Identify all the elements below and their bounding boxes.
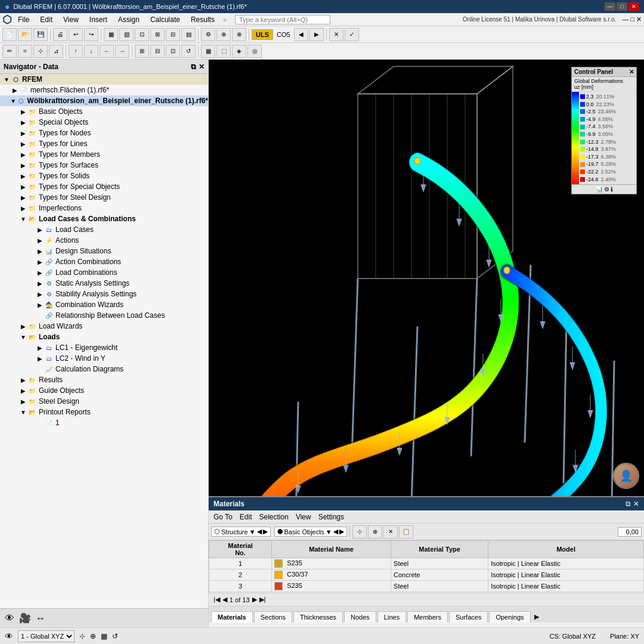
tb2-btn-12[interactable]: ▦ — [201, 45, 215, 58]
3d-viewport[interactable]: Control Panel ✕ Global Deformations uz [… — [209, 60, 644, 627]
tb-btn-5[interactable]: ⊟ — [166, 28, 180, 41]
nav-actions[interactable]: ▶ ⚡ Actions — [0, 235, 208, 246]
tb2-btn-4[interactable]: ⊿ — [49, 45, 63, 58]
mat-tb-4[interactable]: 📋 — [399, 525, 413, 538]
mat-row-1[interactable]: 1 S235 Steel Isotropic | Linear Elastic — [209, 558, 644, 569]
mat-last-page[interactable]: ▶| — [259, 596, 266, 603]
tb2-btn-10[interactable]: ⊟ — [150, 45, 165, 58]
mat-menu-goto[interactable]: Go To — [213, 513, 233, 521]
tb2-btn-6[interactable]: ↓ — [84, 45, 98, 58]
save-button[interactable]: 💾 — [33, 28, 48, 41]
mat-struct-nav-prev[interactable]: ◀ — [257, 528, 262, 535]
tb2-btn-2[interactable]: ⌗ — [18, 45, 32, 58]
tab-thicknesses[interactable]: Thicknesses — [293, 611, 343, 623]
menu-assign[interactable]: Assign — [113, 14, 144, 25]
print-button[interactable]: 🖨 — [53, 28, 67, 41]
tb2-btn-15[interactable]: ◎ — [247, 45, 262, 58]
nav-arrow-icon[interactable]: ↔ — [36, 613, 45, 624]
nav-prev[interactable]: ◀ — [294, 28, 308, 41]
mat-first-page[interactable]: |◀ — [213, 596, 220, 603]
nav-results[interactable]: ▶ 📁 Results — [0, 374, 208, 385]
nav-camera-icon[interactable]: 🎥 — [19, 612, 31, 624]
mat-row-2[interactable]: 2 C30/37 Concrete Isotropic | Linear Ela… — [209, 569, 644, 581]
nav-imperfections[interactable]: ▶ 📁 Imperfections — [0, 203, 208, 213]
tb2-btn-14[interactable]: ◈ — [232, 45, 246, 58]
search-input[interactable] — [235, 15, 330, 24]
nav-guide-objects[interactable]: ▶ 📁 Guide Objects — [0, 385, 208, 396]
tb2-btn-1[interactable]: ✏ — [2, 45, 17, 58]
minimize-button[interactable]: — — [605, 2, 615, 11]
nav-types-surfaces[interactable]: ▶ 📁 Types for Surfaces — [0, 160, 208, 171]
menu-results[interactable]: Results — [186, 14, 219, 25]
mat-struct-nav-next[interactable]: ▶ — [263, 528, 268, 535]
nav-types-special[interactable]: ▶ 📁 Types for Special Objects — [0, 181, 208, 192]
tab-lines[interactable]: Lines — [377, 611, 406, 623]
tab-surfaces[interactable]: Surfaces — [449, 611, 488, 623]
tb2-rotate[interactable]: ↺ — [181, 45, 196, 58]
nav-types-solids[interactable]: ▶ 📁 Types for Solids — [0, 171, 208, 181]
nav-action-combinations[interactable]: ▶ 🔗 Action Combinations — [0, 256, 208, 267]
menu-view[interactable]: View — [58, 14, 83, 25]
mat-tb-1[interactable]: ⊹ — [352, 525, 367, 538]
mat-structure-dropdown[interactable]: ⬡ Structure ▼ ◀ ▶ — [211, 527, 271, 537]
bottom-icon-5[interactable]: ↺ — [112, 632, 118, 640]
tb2-btn-8[interactable]: → — [115, 45, 129, 58]
open-button[interactable]: 📂 — [18, 28, 32, 41]
close-button[interactable]: ✕ — [628, 2, 639, 11]
mat-basic-nav-prev[interactable]: ◀ — [333, 528, 338, 535]
tb-btn-9[interactable]: ⊗ — [232, 28, 246, 41]
tab-nodes[interactable]: Nodes — [344, 611, 376, 623]
mat-next-page[interactable]: ▶ — [252, 596, 257, 603]
tb-btn-cross[interactable]: ✕ — [329, 28, 343, 41]
nav-combination-wizards[interactable]: ▶ 🧙 Combination Wizards — [0, 299, 208, 310]
tb-btn-7[interactable]: ⚙ — [201, 28, 215, 41]
menu-calculate[interactable]: Calculate — [145, 14, 185, 25]
bottom-icon-4[interactable]: ▦ — [101, 632, 107, 640]
mat-basic-objects-dropdown[interactable]: ⬢ Basic Objects ▼ ◀ ▶ — [274, 527, 347, 537]
mat-menu-selection[interactable]: Selection — [259, 513, 289, 521]
undo-button[interactable]: ↩ — [69, 28, 83, 41]
mat-close-btn[interactable]: ✕ — [633, 500, 639, 508]
tab-members[interactable]: Members — [407, 611, 448, 623]
tb-btn-8[interactable]: ⊕ — [216, 28, 231, 41]
tb-btn-3[interactable]: ⊡ — [135, 28, 149, 41]
tb2-btn-3[interactable]: ⊹ — [33, 45, 48, 58]
nav-printout-reports[interactable]: ▼ 📂 Printout Reports — [0, 407, 208, 417]
nav-eye-icon[interactable]: 👁 — [5, 613, 14, 624]
mat-menu-view[interactable]: View — [296, 513, 311, 521]
nav-lc2[interactable]: ▶ 🗂 LC2 - Wind in Y — [0, 353, 208, 364]
tb-btn-4[interactable]: ⊞ — [150, 28, 165, 41]
coord-system-select[interactable]: 1 - Global XYZ — [18, 630, 75, 642]
nav-types-members[interactable]: ▶ 📁 Types for Members — [0, 149, 208, 160]
nav-report-1[interactable]: 📄 1 — [0, 417, 208, 428]
redo-button[interactable]: ↪ — [84, 28, 98, 41]
tb-btn-1[interactable]: ▦ — [104, 28, 118, 41]
nav-relationship[interactable]: 🔗 Relationship Between Load Cases — [0, 310, 208, 321]
cp-info-icon[interactable]: ℹ — [611, 186, 613, 193]
nav-types-steel[interactable]: ▶ 📁 Types for Steel Design — [0, 192, 208, 203]
nav-loads[interactable]: ▼ 📂 Loads — [0, 332, 208, 342]
nav-next[interactable]: ▶ — [309, 28, 324, 41]
cp-graph-icon[interactable]: 📊 — [596, 186, 603, 193]
bottom-icon-2[interactable]: ⊹ — [79, 632, 85, 640]
tab-sections[interactable]: Sections — [254, 611, 292, 623]
bottom-icon-1[interactable]: 👁 — [5, 631, 13, 641]
nav-design-situations[interactable]: ▶ 📊 Design Situations — [0, 246, 208, 256]
bottom-icon-3[interactable]: ⊕ — [90, 632, 96, 640]
mat-tb-2[interactable]: ⊕ — [368, 525, 382, 538]
nav-file-2[interactable]: ▼ ⬡ Wölbkrafttorsion_am_Beispiel_einer_R… — [0, 95, 208, 106]
menu-file[interactable]: File — [13, 14, 34, 25]
mat-restore-btn[interactable]: ⧉ — [626, 500, 631, 508]
tb2-btn-5[interactable]: ↑ — [69, 45, 83, 58]
cp-settings-icon[interactable]: ⚙ — [604, 186, 609, 193]
new-button[interactable]: 📄 — [2, 28, 17, 41]
nav-calc-diagrams[interactable]: 📈 Calculation Diagrams — [0, 364, 208, 374]
tb-btn-2[interactable]: ▧ — [119, 28, 134, 41]
menu-insert[interactable]: Insert — [85, 14, 112, 25]
tb-btn-6[interactable]: ▤ — [181, 28, 196, 41]
nav-types-lines[interactable]: ▶ 📁 Types for Lines — [0, 138, 208, 149]
tab-materials[interactable]: Materials — [211, 611, 253, 623]
cp-close-icon[interactable]: ✕ — [629, 69, 634, 75]
nav-rfem-root[interactable]: ▼ ⬡ RFEM — [0, 74, 208, 85]
nav-special-objects[interactable]: ▶ 📁 Special Objects — [0, 117, 208, 128]
